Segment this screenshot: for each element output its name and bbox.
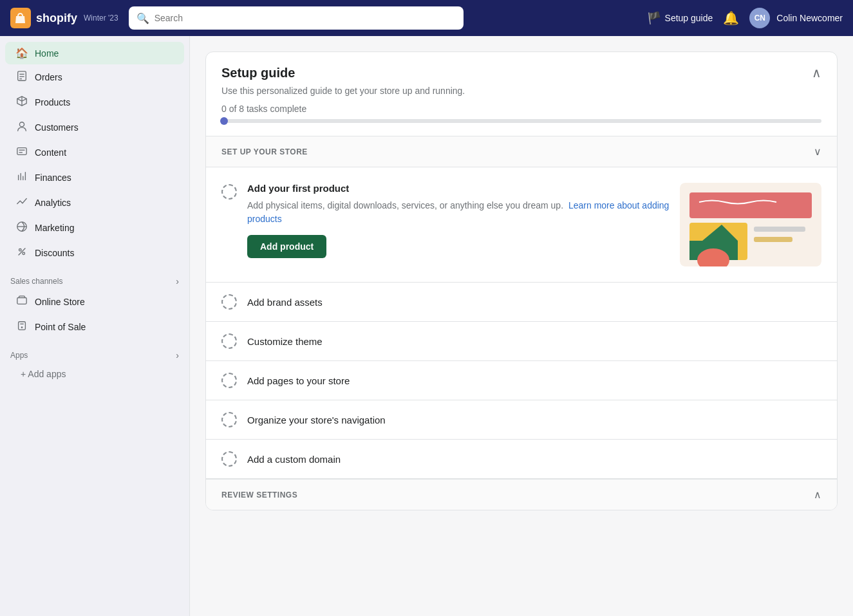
task-checkbox-navigation: [221, 412, 237, 427]
header: shopify Winter '23 🔍 🏴 Setup guide 🔔 CN …: [0, 0, 853, 36]
sidebar-item-label: Products: [35, 97, 70, 107]
shopify-logo-text: shopify: [36, 12, 77, 25]
customers-icon: [15, 120, 28, 135]
flag-icon: 🏴: [647, 11, 661, 25]
avatar: CN: [749, 8, 770, 28]
progress-section: 0 of 8 tasks complete: [206, 104, 837, 136]
task-item-pages[interactable]: Add pages to your store: [206, 361, 837, 400]
sidebar-item-label: Home: [35, 48, 59, 59]
progress-bar-fill: [221, 119, 224, 123]
online-store-icon: [15, 295, 28, 309]
sidebar-item-label: Discounts: [35, 248, 74, 258]
bell-icon: 🔔: [723, 10, 739, 26]
sidebar-item-analytics[interactable]: Analytics: [5, 191, 184, 215]
sidebar-item-marketing[interactable]: Marketing: [5, 216, 184, 240]
user-menu[interactable]: CN Colin Newcomer: [749, 8, 843, 28]
sidebar-item-discounts[interactable]: Discounts: [5, 241, 184, 265]
svg-point-9: [19, 249, 22, 252]
progress-dot: [220, 117, 228, 125]
sidebar-item-online-store[interactable]: Online Store: [5, 290, 184, 314]
setup-guide-label: Setup guide: [665, 13, 713, 23]
task-title-product: Add your first product: [247, 183, 670, 194]
apps-section-label[interactable]: Apps ›: [0, 340, 189, 363]
svg-rect-13: [19, 322, 26, 330]
notifications-button[interactable]: 🔔: [723, 10, 739, 26]
sidebar-item-products[interactable]: Products: [5, 90, 184, 115]
svg-rect-12: [17, 298, 26, 304]
progress-bar-bg: [221, 119, 821, 123]
content-icon: [15, 145, 28, 160]
task-content-product: Add your first product Add physical item…: [247, 183, 670, 258]
task-item-navigation[interactable]: Organize your store's navigation: [206, 400, 837, 440]
finances-icon: [15, 171, 28, 185]
review-settings-label: REVIEW SETTINGS: [221, 490, 297, 499]
apps-label: Apps: [10, 351, 28, 360]
marketing-icon: [15, 221, 28, 235]
home-icon: 🏠: [15, 47, 28, 59]
logo[interactable]: shopify Winter '23: [10, 8, 118, 28]
apps-expand-icon: ›: [176, 350, 179, 360]
version-badge: Winter '23: [84, 14, 118, 23]
sidebar-item-content[interactable]: Content: [5, 140, 184, 165]
sales-channels-label: Sales channels: [10, 277, 62, 286]
section-chevron-down-icon: ∨: [814, 145, 821, 158]
set-up-store-label: SET UP YOUR STORE: [221, 147, 308, 156]
product-illustration: [680, 183, 821, 266]
card-subtitle: Use this personalized guide to get your …: [206, 86, 837, 104]
svg-point-10: [23, 252, 25, 255]
task-item-brand[interactable]: Add brand assets: [206, 283, 837, 322]
svg-rect-17: [689, 192, 812, 218]
setup-guide-card: Setup guide ∧ Use this personalized guid…: [205, 51, 838, 510]
point-of-sale-icon: [15, 320, 28, 334]
add-apps[interactable]: + Add apps: [5, 364, 184, 384]
review-settings-section-header[interactable]: REVIEW SETTINGS ∧: [206, 479, 837, 510]
search-icon: 🔍: [136, 12, 149, 24]
shopify-bag-icon: [10, 8, 31, 28]
collapse-button[interactable]: ∧: [812, 65, 821, 80]
set-up-store-section-header[interactable]: SET UP YOUR STORE ∨: [206, 136, 837, 167]
sidebar-item-label: Finances: [35, 173, 71, 183]
task-checkbox-product: [221, 184, 237, 200]
sidebar-item-point-of-sale[interactable]: Point of Sale: [5, 315, 184, 339]
sidebar-item-home[interactable]: 🏠 Home: [5, 42, 184, 64]
header-actions: 🏴 Setup guide 🔔 CN Colin Newcomer: [647, 8, 843, 28]
card-title: Setup guide: [221, 66, 295, 80]
sidebar-item-orders[interactable]: Orders: [5, 65, 184, 89]
add-apps-label: + Add apps: [21, 369, 66, 379]
task-label-domain: Add a custom domain: [247, 454, 341, 465]
review-settings-chevron-up-icon: ∧: [814, 489, 821, 501]
task-label-navigation: Organize your store's navigation: [247, 415, 386, 425]
svg-point-15: [21, 326, 23, 328]
task-item-domain[interactable]: Add a custom domain: [206, 440, 837, 479]
main-content: Setup guide ∧ Use this personalized guid…: [190, 36, 853, 616]
sidebar-item-customers[interactable]: Customers: [5, 115, 184, 140]
user-name: Colin Newcomer: [776, 13, 843, 23]
sidebar-item-label: Online Store: [35, 297, 85, 307]
setup-guide-button[interactable]: 🏴 Setup guide: [647, 11, 713, 25]
task-item-add-product[interactable]: Add your first product Add physical item…: [206, 167, 837, 283]
progress-label: 0 of 8 tasks complete: [221, 104, 821, 114]
sidebar-item-label: Orders: [35, 72, 62, 82]
analytics-icon: [15, 196, 28, 210]
sidebar-item-label: Content: [35, 147, 66, 158]
task-checkbox-theme: [221, 333, 237, 349]
sales-channels-section-label[interactable]: Sales channels ›: [0, 266, 189, 289]
task-checkbox-domain: [221, 451, 237, 467]
search-bar[interactable]: 🔍: [129, 6, 464, 30]
task-checkbox-pages: [221, 373, 237, 388]
add-product-button[interactable]: Add product: [247, 235, 326, 258]
orders-icon: [15, 70, 28, 84]
task-label-pages: Add pages to your store: [247, 375, 350, 386]
discounts-icon: [15, 246, 28, 260]
search-input[interactable]: [155, 13, 456, 23]
sales-channels-expand-icon: ›: [176, 276, 179, 286]
sidebar-item-finances[interactable]: Finances: [5, 165, 184, 190]
sidebar-item-label: Point of Sale: [35, 322, 86, 332]
svg-point-4: [19, 122, 24, 127]
task-item-theme[interactable]: Customize theme: [206, 322, 837, 361]
task-desc-product: Add physical items, digital downloads, s…: [247, 199, 670, 226]
chevron-up-icon: ∧: [812, 66, 821, 80]
task-label-theme: Customize theme: [247, 336, 323, 347]
svg-rect-21: [754, 237, 792, 242]
svg-rect-20: [754, 227, 805, 232]
